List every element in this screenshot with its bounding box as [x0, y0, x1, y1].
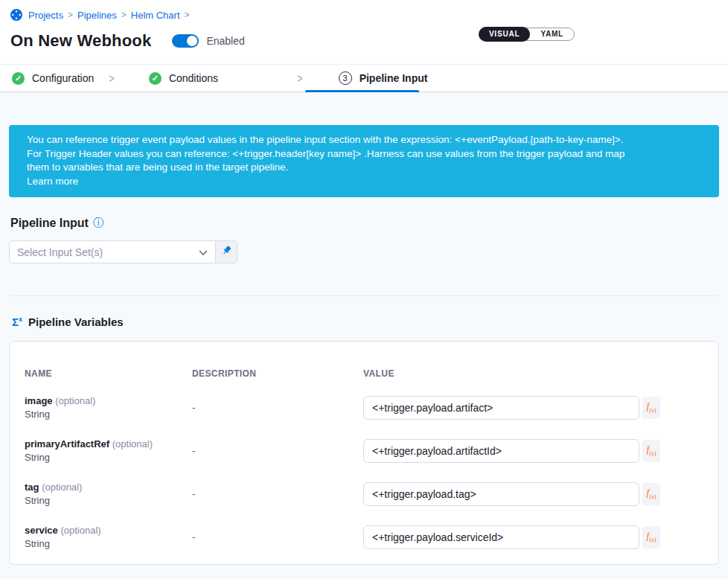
variable-description: -	[192, 445, 363, 456]
wizard-step-bar: ✓ Configuration > ✓ Conditions > 3 Pipel…	[0, 64, 728, 92]
pin-button[interactable]	[216, 240, 237, 263]
input-set-select[interactable]	[9, 240, 216, 263]
table-row: tag (optional) String - f(x)	[25, 482, 703, 506]
variable-type: String	[25, 495, 192, 506]
page-header: Projects > Pipelines > Helm Chart > On N…	[0, 0, 728, 64]
variable-optional-label: (optional)	[55, 395, 95, 406]
variables-table-header: NAME DESCRIPTION VALUE	[25, 368, 703, 379]
breadcrumb-item-pipelines[interactable]: Pipelines	[77, 10, 117, 21]
variable-name: service	[25, 525, 58, 536]
breadcrumb-item-helm-chart[interactable]: Helm Chart	[131, 10, 180, 21]
variable-type: String	[25, 538, 192, 549]
tab-configuration[interactable]: ✓ Configuration	[12, 72, 94, 85]
sigma-icon: Σx	[12, 316, 22, 328]
pipeline-input-heading: Pipeline Input ⓘ	[10, 217, 718, 230]
variable-name: tag	[25, 482, 39, 493]
main-content: You can reference trigger event payload …	[0, 125, 728, 565]
variable-description: -	[192, 488, 363, 499]
step-number-badge: 3	[339, 71, 352, 85]
variable-value-input[interactable]	[363, 482, 639, 506]
pipeline-variables-heading: Σx Pipeline Variables	[12, 316, 718, 328]
enabled-toggle[interactable]	[172, 34, 199, 48]
variable-optional-label: (optional)	[60, 525, 100, 536]
breadcrumb-separator: >	[68, 10, 73, 20]
tab-conditions[interactable]: ✓ Conditions	[149, 72, 218, 85]
tab-pipeline-input[interactable]: 3 Pipeline Input	[339, 71, 428, 85]
column-header-description: DESCRIPTION	[192, 368, 363, 379]
chevron-right-icon: >	[297, 71, 303, 86]
breadcrumb-separator: >	[121, 10, 127, 20]
chevron-down-icon	[199, 246, 208, 259]
variable-description: -	[192, 402, 363, 413]
variable-name: image	[25, 395, 53, 406]
visual-tab-button[interactable]: VISUAL	[479, 27, 530, 42]
pipeline-variables-title-text: Pipeline Variables	[28, 316, 124, 328]
chevron-right-icon: >	[109, 71, 115, 86]
section-divider	[9, 295, 719, 296]
learn-more-link[interactable]: Learn more	[27, 176, 78, 187]
harness-logo-icon	[10, 9, 22, 21]
breadcrumb: Projects > Pipelines > Helm Chart >	[10, 9, 718, 21]
check-circle-icon: ✓	[12, 72, 25, 85]
expression-fx-button[interactable]: f(x)	[642, 483, 660, 505]
banner-line: You can reference trigger event payload …	[27, 133, 701, 147]
column-header-value: VALUE	[363, 368, 703, 379]
variable-type: String	[25, 452, 192, 463]
active-tab-underline	[305, 90, 419, 92]
toggle-knob	[187, 36, 197, 46]
breadcrumb-separator: >	[185, 10, 190, 20]
variable-description: -	[192, 531, 363, 543]
tab-configuration-label: Configuration	[32, 72, 94, 84]
pipeline-variables-card: NAME DESCRIPTION VALUE image (optional) …	[9, 341, 719, 565]
tab-conditions-label: Conditions	[169, 72, 218, 84]
tab-pipeline-input-label: Pipeline Input	[360, 72, 428, 84]
expression-fx-button[interactable]: f(x)	[642, 440, 660, 462]
table-row: image (optional) String - f(x)	[25, 395, 703, 420]
visual-yaml-toggle: VISUAL YAML	[479, 28, 575, 41]
enabled-toggle-label: Enabled	[206, 35, 244, 47]
check-circle-icon: ✓	[149, 72, 162, 85]
column-header-name: NAME	[25, 368, 192, 379]
variable-value-input[interactable]	[363, 525, 639, 549]
pipeline-input-title-text: Pipeline Input	[10, 217, 89, 230]
yaml-tab-button[interactable]: YAML	[530, 28, 574, 41]
banner-line: For Trigger Header values you can refere…	[27, 147, 701, 161]
variable-optional-label: (optional)	[42, 482, 82, 493]
variable-name: primaryArtifactRef	[25, 438, 109, 450]
variable-type: String	[25, 409, 192, 420]
variable-optional-label: (optional)	[112, 438, 153, 450]
info-icon[interactable]: ⓘ	[93, 217, 103, 230]
input-set-select-input[interactable]	[17, 246, 199, 258]
expression-fx-button[interactable]: f(x)	[642, 397, 660, 419]
info-banner: You can reference trigger event payload …	[9, 125, 719, 197]
variable-value-input[interactable]	[363, 396, 639, 420]
variable-value-input[interactable]	[363, 439, 639, 463]
page-title: On New Webhook	[10, 31, 151, 51]
expression-fx-button[interactable]: f(x)	[642, 526, 660, 548]
pin-icon	[221, 245, 232, 259]
breadcrumb-item-projects[interactable]: Projects	[28, 10, 63, 21]
table-row: primaryArtifactRef (optional) String - f…	[25, 438, 703, 463]
banner-line: them to variables that are being used in…	[27, 161, 701, 175]
table-row: service (optional) String - f(x)	[25, 525, 703, 549]
